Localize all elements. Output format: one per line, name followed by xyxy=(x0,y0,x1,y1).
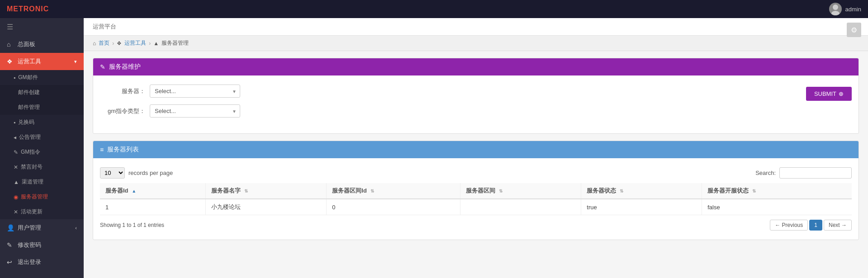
next-button[interactable]: Next → xyxy=(824,220,852,231)
col-server-name[interactable]: 服务器名字 ⇅ xyxy=(206,183,327,199)
table-cell-server_region xyxy=(460,199,581,215)
sidebar-label-change-pwd: 修改密码 xyxy=(18,241,41,249)
server-table: 服务器Id ▲ 服务器名字 ⇅ 服务器区间Id ⇅ xyxy=(100,183,852,215)
search-input[interactable] xyxy=(779,167,852,179)
sidebar-label-logout: 退出登录 xyxy=(18,258,41,266)
sidebar-toggle[interactable]: ☰ xyxy=(0,18,84,36)
sort-icon-region: ⇅ xyxy=(499,188,503,193)
content-header: 运营平台 xyxy=(84,18,868,36)
server-maintenance-header: ✎ 服务器维护 xyxy=(93,58,859,75)
col-region-id-label: 服务器区间Id xyxy=(332,187,367,194)
table-cell-server_id: 1 xyxy=(100,199,206,215)
server-list-header: ≡ 服务器列表 xyxy=(93,141,859,158)
breadcrumb-server: 服务器管理 xyxy=(161,39,189,47)
table-controls: 10 25 50 100 records per page Search: xyxy=(100,167,852,179)
per-page-select[interactable]: 10 25 50 100 xyxy=(100,167,125,179)
sort-icon-status: ⇅ xyxy=(620,188,623,193)
sort-icon-open-status: ⇅ xyxy=(752,188,756,193)
col-open-status-label: 服务器开服状态 xyxy=(707,187,749,194)
submit-label: SUBMIT xyxy=(814,90,836,97)
search-wrap: Search: xyxy=(755,167,852,179)
prev-button[interactable]: ← Previous xyxy=(770,220,808,231)
col-open-status[interactable]: 服务器开服状态 ⇅ xyxy=(702,183,852,199)
server-select-wrapper: Select... ▼ xyxy=(150,85,240,98)
announcement-icon: ◂ xyxy=(14,134,16,141)
ban-icon: ✕ xyxy=(14,164,18,170)
sidebar-item-channel-mgmt[interactable]: ▲ 渠道管理 xyxy=(0,174,84,189)
server-maintenance-card: ✎ 服务器维护 服务器： Select... xyxy=(93,58,859,134)
col-server-id-label: 服务器Id xyxy=(105,187,128,194)
sidebar-item-gm-mail[interactable]: ▪ GM邮件 xyxy=(0,70,84,85)
sidebar-item-mail-create[interactable]: 邮件创建 xyxy=(0,85,84,100)
submit-icon: ⊕ xyxy=(839,90,844,97)
per-page-label: records per page xyxy=(128,170,173,176)
breadcrumb-ops[interactable]: 运营工具 xyxy=(124,39,146,47)
sidebar-item-user-mgmt[interactable]: 👤 用户管理 ‹ xyxy=(0,219,84,236)
sidebar-item-activity[interactable]: ✕ 活动更新 xyxy=(0,204,84,219)
page-1-button[interactable]: 1 xyxy=(809,220,822,231)
sidebar-item-logout[interactable]: ↩ 退出登录 xyxy=(0,254,84,271)
table-cell-server_region_id: 0 xyxy=(327,199,460,215)
ops-icon: ❖ xyxy=(7,58,14,65)
sidebar-item-redeem[interactable]: ▪ 兑换码 xyxy=(0,115,84,130)
change-pwd-icon: ✎ xyxy=(7,241,14,249)
sidebar-item-server-mgmt[interactable]: ◉ 服务器管理 xyxy=(0,189,84,204)
breadcrumb: ⌂ 首页 › ❖ 运营工具 › ▲ 服务器管理 xyxy=(84,36,868,51)
brand-suffix: NIC xyxy=(35,5,49,13)
user-mgmt-icon: 👤 xyxy=(7,224,14,231)
table-cell-server_name: 小九楼论坛 xyxy=(206,199,327,215)
avatar xyxy=(829,3,842,15)
sidebar-label-mail-create: 邮件创建 xyxy=(18,89,40,96)
user-mgmt-arrow-icon: ‹ xyxy=(75,225,77,231)
form-actions: SUBMIT ⊕ xyxy=(806,85,852,101)
gm-cmd-icon: ✎ xyxy=(14,149,18,155)
top-navbar: METRONIC admin xyxy=(0,0,868,18)
user-info: admin xyxy=(829,3,861,15)
brand-prefix: METRO xyxy=(7,5,35,13)
sidebar-item-announcement[interactable]: ◂ 公告管理 xyxy=(0,130,84,145)
channel-icon: ▲ xyxy=(14,179,19,185)
server-breadcrumb-icon: ▲ xyxy=(153,40,159,47)
table-row: 1小九楼论坛0truefalse xyxy=(100,199,852,215)
user-name: admin xyxy=(845,6,861,13)
sidebar-item-mail-manage[interactable]: 邮件管理 xyxy=(0,100,84,115)
table-cell-server_open_status: false xyxy=(702,199,852,215)
server-maintenance-body: 服务器： Select... ▼ gm指令类型： xyxy=(93,75,859,133)
sidebar-label-gm-mail: GM邮件 xyxy=(18,74,38,81)
home-breadcrumb-icon: ⌂ xyxy=(93,40,96,47)
table-cell-server_status: true xyxy=(581,199,702,215)
ops-breadcrumb-icon: ❖ xyxy=(117,40,122,47)
sidebar-label-server-mgmt: 服务器管理 xyxy=(21,193,48,201)
breadcrumb-sep-2: › xyxy=(149,40,151,47)
list-icon: ≡ xyxy=(100,146,104,153)
sidebar-item-ops-tools[interactable]: ❖ 运营工具 ▾ xyxy=(0,53,84,70)
sidebar-label-announcement: 公告管理 xyxy=(19,133,41,141)
server-list-card: ≡ 服务器列表 10 25 50 100 records xyxy=(93,141,859,240)
sidebar-item-change-pwd[interactable]: ✎ 修改密码 xyxy=(0,236,84,254)
col-region-id[interactable]: 服务器区间Id ⇅ xyxy=(327,183,460,199)
sort-icon-server-id: ▲ xyxy=(132,188,136,193)
col-server-id[interactable]: 服务器Id ▲ xyxy=(100,183,206,199)
sidebar-item-ban-words[interactable]: ✕ 禁言封号 xyxy=(0,160,84,174)
submit-button[interactable]: SUBMIT ⊕ xyxy=(806,87,852,101)
sidebar-label-channel-mgmt: 渠道管理 xyxy=(22,178,43,186)
breadcrumb-home[interactable]: 首页 xyxy=(99,39,109,47)
col-status[interactable]: 服务器状态 ⇅ xyxy=(581,183,702,199)
gear-button[interactable]: ⚙ xyxy=(847,23,861,37)
sidebar-item-gm-cmd[interactable]: ✎ GM指令 xyxy=(0,145,84,160)
server-maintenance-title: 服务器维护 xyxy=(109,63,141,71)
server-icon: ◉ xyxy=(14,194,18,200)
col-region-label: 服务器区间 xyxy=(466,187,495,194)
col-region[interactable]: 服务器区间 ⇅ xyxy=(460,183,581,199)
edit-icon: ✎ xyxy=(100,63,105,71)
sidebar-item-dashboard[interactable]: ⌂ 总面板 xyxy=(0,36,84,53)
breadcrumb-sep-1: › xyxy=(112,40,114,47)
gm-type-select[interactable]: Select... xyxy=(150,104,240,118)
server-select[interactable]: Select... xyxy=(150,85,240,98)
table-body: 1小九楼论坛0truefalse xyxy=(100,199,852,215)
gm-type-form-row: gm指令类型： Select... ▼ xyxy=(100,104,797,118)
activity-icon: ✕ xyxy=(14,209,18,215)
sidebar-label-ops-tools: 运营工具 xyxy=(18,57,41,66)
server-list-title: 服务器列表 xyxy=(107,146,139,154)
mail-icon: ▪ xyxy=(14,75,15,81)
